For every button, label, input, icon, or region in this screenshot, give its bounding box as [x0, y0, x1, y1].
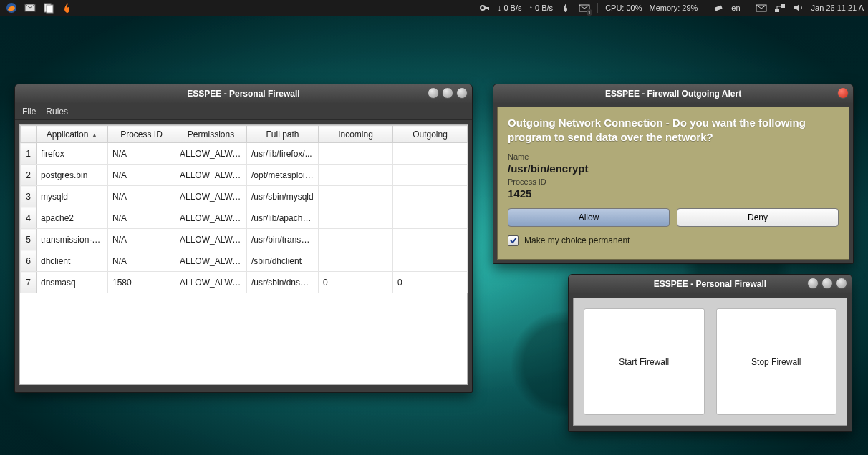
allow-button[interactable]: Allow: [508, 208, 670, 227]
firewall-control-window: ESSPEE - Personal Firewall Start Firewal…: [568, 274, 852, 432]
key-tray-icon[interactable]: [479, 2, 491, 14]
row-number: 7: [21, 272, 37, 293]
table-row[interactable]: 5transmission-gtkN/AALLOW_ALWAYS/usr/bin…: [21, 229, 468, 250]
row-number: 5: [21, 229, 37, 250]
table-cell: N/A: [108, 207, 175, 229]
minimize-button[interactable]: [807, 278, 819, 289]
top-panel: ↓ 0 B/s ↑ 0 B/s 1 CPU: 00% Memory: 29% e…: [0, 0, 868, 16]
table-cell: /opt/metasploit/...: [247, 165, 319, 186]
files-launcher-icon[interactable]: [43, 2, 54, 14]
clock-label[interactable]: Jan 26 11:21 A: [811, 4, 864, 12]
svg-rect-10: [775, 9, 779, 12]
permanent-checkbox[interactable]: [508, 235, 519, 246]
row-number: 4: [21, 207, 37, 229]
window-title: ESSPEE - Personal Firewall: [187, 89, 299, 99]
svg-rect-6: [488, 7, 489, 10]
menu-rules[interactable]: Rules: [46, 107, 68, 117]
table-cell: 0: [393, 272, 468, 293]
table-cell: ALLOW_ALWAYS: [175, 250, 247, 272]
column-header[interactable]: Application▲: [37, 126, 108, 143]
envelope-tray-icon[interactable]: [756, 2, 767, 14]
table-cell: [319, 207, 393, 229]
firewall-main-window: ESSPEE - Personal Firewall File Rules Ap…: [14, 84, 473, 393]
alert-pid-label: Process ID: [508, 177, 839, 186]
table-cell: 0: [319, 272, 393, 293]
menubar: File Rules: [15, 103, 472, 120]
firewall-main-titlebar[interactable]: ESSPEE - Personal Firewall: [15, 84, 472, 103]
svg-point-4: [481, 6, 485, 10]
table-cell: ALLOW_ALWAYS: [175, 272, 247, 293]
table-cell: firefox: [37, 143, 108, 165]
window-title: ESSPEE - Firewall Outgoing Alert: [605, 89, 741, 99]
table-cell: /usr/lib/firefox/...: [247, 143, 319, 165]
rules-table: Application▲Process IDPermissionsFull pa…: [20, 125, 468, 293]
row-number: 1: [21, 143, 37, 165]
start-firewall-button[interactable]: Start Firewall: [584, 308, 705, 415]
table-cell: /usr/sbin/mysqld: [247, 186, 319, 207]
control-titlebar[interactable]: ESSPEE - Personal Firewall: [569, 275, 852, 293]
maximize-button[interactable]: [442, 87, 453, 99]
table-cell: 1580: [108, 272, 175, 293]
menu-file[interactable]: File: [22, 107, 36, 117]
column-header[interactable]: Permissions: [175, 126, 247, 143]
close-button[interactable]: [456, 87, 468, 99]
table-cell: N/A: [108, 229, 175, 250]
keyboard-layout-indicator[interactable]: en: [731, 4, 740, 12]
maximize-button[interactable]: [821, 278, 833, 289]
svg-rect-3: [47, 5, 53, 13]
eraser-tray-icon[interactable]: [713, 2, 724, 14]
table-cell: N/A: [108, 250, 175, 272]
flame-tray-icon[interactable]: [560, 2, 572, 14]
mail-launcher-icon[interactable]: [24, 2, 36, 14]
table-cell: /usr/lib/apache2...: [247, 207, 319, 229]
close-button[interactable]: [837, 87, 849, 99]
table-cell: [319, 143, 393, 165]
column-header[interactable]: Full path: [247, 126, 319, 143]
table-cell: [393, 229, 468, 250]
column-header[interactable]: Process ID: [108, 126, 175, 143]
table-row[interactable]: 3mysqldN/AALLOW_ALWAYS/usr/sbin/mysqld: [21, 186, 468, 207]
close-button[interactable]: [836, 278, 847, 289]
deny-button[interactable]: Deny: [677, 208, 839, 227]
table-cell: dhclient: [37, 250, 108, 272]
alert-pid-value: 1425: [508, 187, 839, 200]
table-cell: apache2: [37, 207, 108, 229]
table-cell: ALLOW_ALWAYS: [175, 229, 247, 250]
alert-name-label: Name: [508, 152, 839, 161]
table-cell: [393, 250, 468, 272]
table-row[interactable]: 4apache2N/AALLOW_ALWAYS/usr/lib/apache2.…: [21, 207, 468, 229]
table-row[interactable]: 1firefoxN/AALLOW_ALWAYS/usr/lib/firefox/…: [21, 143, 468, 165]
row-number: 2: [21, 165, 37, 186]
table-cell: transmission-gtk: [37, 229, 108, 250]
stop-firewall-button[interactable]: Stop Firewall: [716, 308, 837, 415]
table-cell: [319, 229, 393, 250]
network-tray-icon[interactable]: [774, 2, 786, 14]
net-up-label: ↑ 0 B/s: [529, 4, 553, 12]
fire-launcher-icon[interactable]: [62, 2, 73, 14]
table-cell: N/A: [108, 143, 175, 165]
memory-label: Memory: 29%: [649, 4, 698, 12]
volume-tray-icon[interactable]: [793, 2, 804, 14]
table-row[interactable]: 7dnsmasq1580ALLOW_ALWAYS/usr/sbin/dnsmas…: [21, 272, 468, 293]
mail-tray-icon[interactable]: 1: [579, 2, 590, 14]
column-header[interactable]: Incoming: [319, 126, 393, 143]
table-cell: [319, 186, 393, 207]
alert-name-value: /usr/bin/encrypt: [508, 162, 839, 175]
table-cell: ALLOW_ALWAYS: [175, 165, 247, 186]
window-title: ESSPEE - Personal Firewall: [654, 279, 766, 289]
table-cell: /sbin/dhclient: [247, 250, 319, 272]
column-header[interactable]: Outgoing: [393, 126, 468, 143]
alert-titlebar[interactable]: ESSPEE - Firewall Outgoing Alert: [493, 84, 853, 103]
table-cell: dnsmasq: [37, 272, 108, 293]
table-cell: [319, 250, 393, 272]
minimize-button[interactable]: [428, 87, 439, 99]
table-row[interactable]: 6dhclientN/AALLOW_ALWAYS/sbin/dhclient: [21, 250, 468, 272]
table-row[interactable]: 2postgres.binN/AALLOW_ALWAYS/opt/metaspl…: [21, 165, 468, 186]
table-cell: N/A: [108, 186, 175, 207]
table-cell: [393, 165, 468, 186]
table-cell: ALLOW_ALWAYS: [175, 186, 247, 207]
svg-rect-8: [715, 5, 723, 11]
permanent-label: Make my choice permanent: [524, 235, 630, 245]
column-header[interactable]: [21, 126, 37, 143]
firefox-launcher-icon[interactable]: [6, 2, 17, 14]
